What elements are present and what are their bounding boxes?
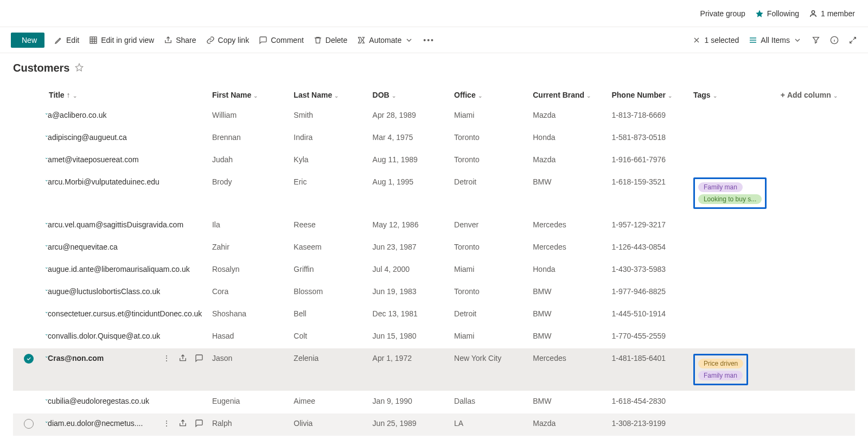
row-share-button[interactable] <box>178 354 187 364</box>
cell-phone: 1-430-373-5983 <box>607 259 688 282</box>
item-title-link[interactable]: arcu.vel.quam@sagittisDuisgravida.com <box>48 220 183 229</box>
more-actions-button[interactable]: ••• <box>423 36 435 44</box>
table-row[interactable]: ⌄convallis.dolor.Quisque@at.co.ukHasadCo… <box>13 326 855 348</box>
share-label: Share <box>176 36 196 44</box>
cell-fn: Ralph <box>208 413 289 436</box>
item-indicator-icon: ⌄ <box>44 110 49 116</box>
table-row[interactable]: ⌄arcu.vel.quam@sagittisDuisgravida.comIl… <box>13 215 855 237</box>
expand-button[interactable] <box>848 36 857 44</box>
list-scroll-region[interactable]: Customers Title ↑⌄ First Name⌄ Last <box>0 53 868 439</box>
table-row[interactable]: ⌄diam.eu.dolor@necmetus....⋮RalphOliviaJ… <box>13 413 855 436</box>
table-row[interactable]: ⌄arcu.Morbi@vulputateduinec.eduBrodyEric… <box>13 172 855 215</box>
cell-brand: BMW <box>528 304 607 326</box>
item-title-link[interactable]: cubilia@eudoloregestas.co.uk <box>48 397 149 405</box>
members-button[interactable]: 1 member <box>809 9 855 18</box>
comment-button[interactable]: Comment <box>259 36 304 44</box>
copy-link-button[interactable]: Copy link <box>206 36 250 44</box>
item-title-link[interactable]: consectetuer.cursus.et@tinciduntDonec.co… <box>48 309 202 318</box>
cell-phone: 1-581-873-0518 <box>607 128 688 150</box>
share-button[interactable]: Share <box>164 36 196 44</box>
row-more-button[interactable]: ⋮ <box>163 419 171 429</box>
cell-tags <box>689 391 776 413</box>
edit-button[interactable]: Edit <box>54 36 79 44</box>
item-title-link[interactable]: amet@vitaeposuereat.com <box>48 155 139 164</box>
row-more-button[interactable]: ⋮ <box>163 354 171 364</box>
item-title-link[interactable]: Cras@non.com <box>48 354 104 362</box>
filter-button[interactable] <box>812 36 820 44</box>
table-row[interactable]: ⌄a@aclibero.co.ukWilliamSmithApr 28, 198… <box>13 105 855 128</box>
cell-tags <box>689 304 776 326</box>
item-title-link[interactable]: a@aclibero.co.uk <box>48 111 106 119</box>
col-first-name[interactable]: First Name⌄ <box>208 85 289 105</box>
table-row[interactable]: ⌄augue@luctuslobortisClass.co.ukCoraBlos… <box>13 282 855 304</box>
cell-office: New York City <box>450 348 528 391</box>
table-row[interactable]: ⌄Cras@non.com⋮JasonZeleniaApr 1, 1972New… <box>13 348 855 391</box>
cell-phone: 1-126-443-0854 <box>607 237 688 259</box>
cell-office: LA <box>450 413 528 436</box>
col-last-name[interactable]: Last Name⌄ <box>289 85 368 105</box>
favorite-toggle[interactable] <box>75 63 84 73</box>
table-row[interactable]: ⌄augue.id.ante@liberomaurisaliquam.co.uk… <box>13 259 855 282</box>
command-bar: New Edit Edit in grid view Share Copy li… <box>0 27 868 53</box>
cell-brand: Mercedes <box>528 348 607 391</box>
item-title-link[interactable]: adipiscing@augueut.ca <box>48 133 127 142</box>
item-title-link[interactable]: augue@luctuslobortisClass.co.uk <box>48 287 160 296</box>
row-comment-button[interactable] <box>195 354 203 364</box>
tag-pill: Looking to buy s... <box>698 194 762 204</box>
svg-rect-1 <box>90 37 97 43</box>
flow-icon <box>357 36 366 44</box>
item-title-link[interactable]: arcu.Morbi@vulputateduinec.edu <box>48 177 159 186</box>
col-title[interactable]: Title ↑⌄ <box>44 85 208 105</box>
item-indicator-icon: ⌄ <box>44 353 49 359</box>
item-title-link[interactable]: arcu@nequevitae.ca <box>48 243 118 251</box>
row-checkbox[interactable] <box>24 419 34 429</box>
col-phone[interactable]: Phone Number⌄ <box>607 85 688 105</box>
customers-table: Title ↑⌄ First Name⌄ Last Name⌄ DOB⌄ Off… <box>13 85 855 436</box>
cell-dob: Dec 13, 1981 <box>368 304 450 326</box>
automate-label: Automate <box>369 36 401 44</box>
item-title-link[interactable]: convallis.dolor.Quisque@at.co.uk <box>48 332 160 340</box>
cell-fn: Ila <box>208 215 289 237</box>
comment-label: Comment <box>271 36 304 44</box>
row-share-button[interactable] <box>178 419 187 429</box>
col-tags[interactable]: Tags⌄ <box>689 85 776 105</box>
item-title-link[interactable]: augue.id.ante@liberomaurisaliquam.co.uk <box>48 265 190 273</box>
clear-selection-button[interactable]: 1 selected <box>692 36 739 44</box>
table-row[interactable]: ⌄amet@vitaeposuereat.comJudahKylaAug 11,… <box>13 150 855 172</box>
cell-fn: Eugenia <box>208 391 289 413</box>
col-current-brand[interactable]: Current Brand⌄ <box>528 85 607 105</box>
add-column-button[interactable]: +Add column⌄ <box>776 85 855 105</box>
delete-button[interactable]: Delete <box>314 36 347 44</box>
cell-tags <box>689 215 776 237</box>
view-switcher[interactable]: All Items <box>749 36 802 44</box>
col-office[interactable]: Office⌄ <box>450 85 528 105</box>
new-button[interactable]: New <box>11 33 44 48</box>
trash-icon <box>314 36 322 44</box>
cell-phone: 1-618-454-2830 <box>607 391 688 413</box>
row-checkbox-checked[interactable] <box>24 354 34 364</box>
col-select[interactable] <box>13 85 44 105</box>
new-label: New <box>22 36 37 44</box>
row-comment-button[interactable] <box>195 419 203 429</box>
cell-tags <box>689 105 776 128</box>
table-row[interactable]: ⌄cubilia@eudoloregestas.co.ukEugeniaAime… <box>13 391 855 413</box>
following-button[interactable]: Following <box>755 9 799 18</box>
item-title-link[interactable]: diam.eu.dolor@necmetus.... <box>48 419 143 428</box>
cell-phone: 1-916-661-7976 <box>607 150 688 172</box>
item-indicator-icon: ⌄ <box>44 264 49 270</box>
automate-button[interactable]: Automate <box>357 36 413 44</box>
cell-tags: Family manLooking to buy s... <box>689 172 776 215</box>
info-button[interactable] <box>830 36 839 44</box>
edit-label: Edit <box>66 36 79 44</box>
list-view-icon <box>749 36 757 44</box>
edit-grid-button[interactable]: Edit in grid view <box>89 36 154 44</box>
col-dob[interactable]: DOB⌄ <box>368 85 450 105</box>
view-label: All Items <box>761 36 790 44</box>
table-row[interactable]: ⌄arcu@nequevitae.caZahirKaseemJun 23, 19… <box>13 237 855 259</box>
table-row[interactable]: ⌄adipiscing@augueut.caBrennanIndiraMar 4… <box>13 128 855 150</box>
tag-pill: Price driven <box>698 359 743 368</box>
table-row[interactable]: ⌄consectetuer.cursus.et@tinciduntDonec.c… <box>13 304 855 326</box>
cell-ln: Bell <box>289 304 368 326</box>
cell-ln: Aimee <box>289 391 368 413</box>
cell-ln: Indira <box>289 128 368 150</box>
